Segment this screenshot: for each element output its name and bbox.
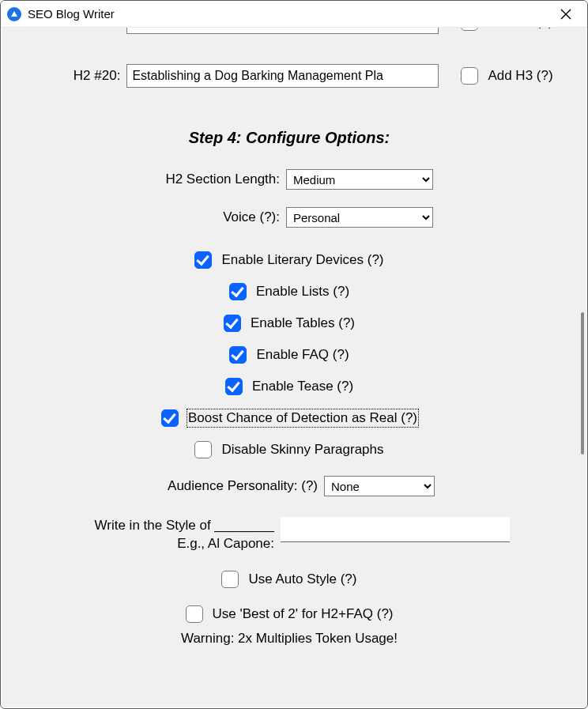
window-title: SEO Blog Writer xyxy=(28,7,115,21)
boost-detection-checkbox[interactable] xyxy=(161,409,179,427)
h2-20-label: H2 #20: xyxy=(25,68,120,84)
titlebar: SEO Blog Writer xyxy=(1,1,587,28)
enable-lists-checkbox[interactable] xyxy=(229,283,247,300)
style-line1: Write in the Style of ________ xyxy=(69,517,274,535)
bestof2-warning: Warning: 2x Multiplies Token Usage! xyxy=(2,631,577,647)
opt-boost: Boost Chance of Detection as Real (?) xyxy=(2,409,577,427)
style-prompt: Write in the Style of ________ E.g., Al … xyxy=(69,517,274,553)
opt-literary: Enable Literary Devices (?) xyxy=(2,251,577,269)
enable-tables-label: Enable Tables (?) xyxy=(251,315,355,331)
h2-20-add-h3-checkbox[interactable] xyxy=(461,67,478,85)
audience-select[interactable]: None xyxy=(324,476,435,496)
opt-skinny: Disable Skinny Paragraphs xyxy=(2,441,577,458)
disable-skinny-checkbox[interactable] xyxy=(194,441,212,458)
section-length-row: H2 Section Length: Medium xyxy=(2,169,577,190)
audience-row: Audience Personality: (?) None xyxy=(2,476,577,496)
opt-tease: Enable Tease (?) xyxy=(2,378,577,395)
h2-row-19-clipped: H2 #19: Add H3 (?) xyxy=(2,28,577,34)
enable-lists-label: Enable Lists (?) xyxy=(256,284,349,300)
enable-faq-checkbox[interactable] xyxy=(229,346,247,364)
scrollbar-thumb[interactable] xyxy=(581,312,584,454)
boost-detection-label: Boost Chance of Detection as Real (?) xyxy=(188,410,417,426)
enable-tables-checkbox[interactable] xyxy=(224,315,241,332)
bestof2-checkbox[interactable] xyxy=(186,605,203,623)
h2-row-20: H2 #20: Add H3 (?) xyxy=(2,64,577,88)
enable-tease-checkbox[interactable] xyxy=(225,378,243,395)
opt-autostyle: Use Auto Style (?) xyxy=(2,571,577,588)
h2-19-add-h3-checkbox[interactable] xyxy=(461,28,478,31)
style-line2: E.g., Al Capone: xyxy=(69,535,274,553)
opt-bestof2: Use 'Best of 2' for H2+FAQ (?) xyxy=(2,605,577,623)
style-row: Write in the Style of ________ E.g., Al … xyxy=(2,517,577,553)
voice-select[interactable]: Personal xyxy=(286,207,433,228)
section-length-select[interactable]: Medium xyxy=(286,169,433,190)
window-close-button[interactable] xyxy=(552,3,579,25)
auto-style-label: Use Auto Style (?) xyxy=(248,571,356,587)
audience-label: Audience Personality: (?) xyxy=(144,478,318,494)
enable-tease-label: Enable Tease (?) xyxy=(252,379,353,394)
app-icon xyxy=(7,7,21,21)
close-icon xyxy=(560,9,571,20)
svg-marker-0 xyxy=(11,11,17,17)
bestof2-label: Use 'Best of 2' for H2+FAQ (?) xyxy=(213,606,394,622)
enable-literary-label: Enable Literary Devices (?) xyxy=(221,252,383,268)
app-window: SEO Blog Writer H2 #19: Add H3 (?) xyxy=(0,0,588,709)
h2-20-input[interactable] xyxy=(126,64,439,88)
client-area: H2 #19: Add H3 (?) H2 #20: Add H3 (?) St… xyxy=(2,28,586,707)
h2-19-label: H2 #19: xyxy=(25,28,120,30)
voice-row: Voice (?): Personal xyxy=(2,207,577,228)
enable-faq-label: Enable FAQ (?) xyxy=(256,347,349,363)
enable-literary-checkbox[interactable] xyxy=(194,251,212,269)
opt-faq: Enable FAQ (?) xyxy=(2,346,577,364)
opt-lists: Enable Lists (?) xyxy=(2,283,577,300)
h2-20-add-h3-label: Add H3 (?) xyxy=(488,68,552,84)
style-input[interactable] xyxy=(281,517,510,542)
section-length-label: H2 Section Length: xyxy=(145,172,280,187)
h2-19-add-h3-label: Add H3 (?) xyxy=(488,28,552,30)
disable-skinny-label: Disable Skinny Paragraphs xyxy=(221,442,383,458)
auto-style-checkbox[interactable] xyxy=(221,571,239,588)
h2-19-input[interactable] xyxy=(126,28,439,34)
scroll-content: H2 #19: Add H3 (?) H2 #20: Add H3 (?) St… xyxy=(2,28,586,707)
opt-tables: Enable Tables (?) xyxy=(2,315,577,332)
voice-label: Voice (?): xyxy=(145,209,280,225)
step4-heading: Step 4: Configure Options: xyxy=(2,129,577,147)
